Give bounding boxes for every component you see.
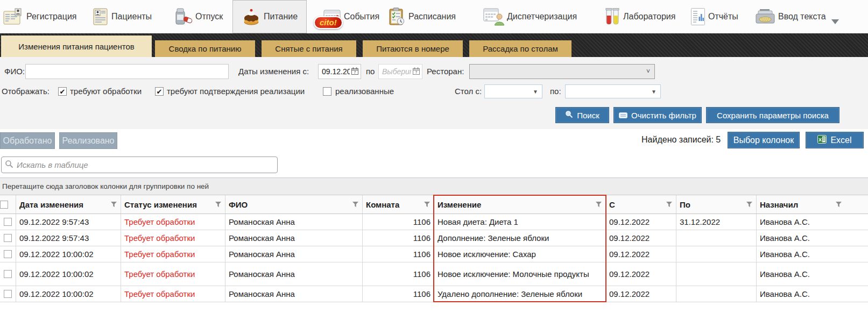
date-from-input[interactable]: 09.12.2022 7 [318,64,361,79]
toolbar-item-patients[interactable]: Пациенты [93,0,152,33]
toolbar-item-laboratory[interactable]: Лаборатория [604,0,675,33]
app-window: Регистрация Пациенты Отпуск Питание Собы [0,0,868,320]
cell-assigned: Иванова А.С. [757,214,868,230]
cell-change: Дополнение: Зеленые яблоки [434,230,606,246]
cell-room: 1106 [363,262,434,286]
column-chooser-button[interactable]: Выбор колонок [728,132,800,148]
table-row[interactable]: 09.12.2022 10:00:02 Требует обработки Ро… [0,262,868,286]
cell-date: 09.12.2022 9:57:43 [16,214,121,230]
eraser-icon [619,111,627,120]
checkbox-need-processing[interactable]: ✔ [58,87,67,96]
cell-status: Требует обработки [121,230,225,246]
excel-icon: X [817,135,827,146]
header-change[interactable]: Изменение [434,195,606,214]
filter-funnel-icon[interactable] [746,200,753,209]
tab-nutrition-summary[interactable]: Сводка по питанию [155,40,255,57]
cell-room: 1106 [363,286,434,302]
excel-export-button[interactable]: X Excel [806,132,864,148]
table-row[interactable]: 09.12.2022 10:00:02 Требует обработки Ро… [0,286,868,302]
header-fio[interactable]: ФИО [225,195,363,214]
date-from-value: 09.12.2022 [322,67,350,76]
cell-assigned: Иванова А.С. [757,246,868,262]
search-button-label: Поиск [577,111,599,120]
save-search-params-button-label: Сохранить параметры поиска [717,111,829,120]
group-by-dropzone[interactable]: Перетащите сюда заголовок колонки для гр… [0,177,868,195]
checkbox-need-confirmation[interactable]: ✔ [155,87,164,96]
clipboard-clock-icon [387,8,406,26]
restaurant-label: Ресторан: [427,64,464,79]
toolbar-item-label: Диспетчеризация [507,12,577,22]
header-to[interactable]: По [676,195,757,214]
registration-icon [3,8,24,25]
tab-eat-in-room[interactable]: Питаются в номере [363,40,463,57]
calendar-icon[interactable]: 7 [351,67,358,76]
header-change-status[interactable]: Статус изменения [121,195,225,214]
report-chart-icon [690,8,705,26]
excel-button-label: Excel [830,136,851,145]
date-to-input[interactable]: Выберите д 7 [378,64,422,79]
cell-change: Новое исключение: Молочные продукты [434,262,606,286]
toolbar-item-registration[interactable]: Регистрация [3,0,77,33]
tab-removed-from-meals[interactable]: Снятые с питания [262,40,356,57]
svg-text:7: 7 [354,70,356,74]
row-checkbox[interactable] [4,234,12,242]
toolbar-overflow-arrow-icon[interactable] [831,19,839,24]
row-checkbox[interactable] [4,218,12,226]
processed-button[interactable]: Обработано [0,132,55,149]
clear-filter-button[interactable]: Очистить фильтр [613,107,702,123]
filter-funnel-icon[interactable] [835,200,842,209]
header-from[interactable]: С [606,195,676,214]
cell-change: Новое исключение: Сахар [434,246,606,262]
calendar-icon[interactable]: 7 [413,67,420,76]
filter-funnel-icon[interactable] [666,200,673,209]
cell-status: Требует обработки [121,246,225,262]
group-by-hint-text: Перетащите сюда заголовок колонки для гр… [2,182,209,190]
toolbar-item-text-entry[interactable]: Ввод текста [755,0,826,33]
table-row[interactable]: 09.12.2022 9:57:43 Требует обработки Ром… [0,230,868,246]
cake-icon [242,8,261,26]
filter-funnel-icon[interactable] [424,200,431,209]
tab-diet-changes[interactable]: Изменения питания пациентов [1,35,152,57]
cell-from: 09.12.2022 [606,262,676,286]
toolbar-item-reports[interactable]: Отчёты [690,0,738,33]
search-button[interactable]: Поиск [555,107,609,123]
cell-from: 09.12.2022 [606,214,676,230]
fio-input[interactable] [25,64,229,79]
header-change-date[interactable]: Дата изменения [16,195,121,214]
pills-icon [173,8,193,26]
toolbar-item-dispatch[interactable]: Диспетчеризация [483,0,577,33]
toolbar-item-dispense[interactable]: Отпуск [173,0,223,33]
test-tubes-icon [604,8,620,26]
filter-funnel-icon[interactable] [215,200,222,209]
restaurant-select[interactable]: ˅ [469,64,655,79]
tab-table-seating[interactable]: Рассадка по столам [469,40,571,57]
filter-funnel-icon[interactable] [352,200,359,209]
table-row[interactable]: 09.12.2022 9:57:43 Требует обработки Ром… [0,214,868,230]
toolbar-item-nutrition[interactable]: Питание [232,0,307,33]
row-checkbox[interactable] [4,270,12,278]
checkbox-realized[interactable] [323,87,331,96]
table-to-select[interactable]: ▼ [565,84,661,98]
realized-button[interactable]: Реализовано [59,132,117,149]
filter-funnel-icon[interactable] [110,200,117,209]
row-checkbox[interactable] [4,250,12,258]
row-checkbox[interactable] [4,290,12,298]
header-select-all[interactable] [0,195,16,214]
checkbox-need-confirmation-label: требуют подтверждения реализации [167,84,305,99]
toolbar-item-label: Отпуск [195,12,223,22]
table-header-row: Дата изменения Статус изменения ФИО Комн… [0,195,868,214]
toolbar-item-schedules[interactable]: Расписания [387,0,456,33]
table-from-select[interactable]: ▼ [484,84,542,98]
dates-between-label: по [366,64,375,79]
cell-to [676,246,757,262]
checkbox-realized-label: реализованные [335,84,394,99]
table-row[interactable]: 09.12.2022 10:00:02 Требует обработки Ро… [0,246,868,262]
header-assigned-by[interactable]: Назначил [757,195,868,214]
header-room[interactable]: Комната [363,195,434,214]
table-from-label: Стол с: [455,84,482,99]
filter-funnel-icon[interactable] [595,200,602,209]
cell-to [676,286,757,302]
select-all-checkbox[interactable] [0,201,8,209]
save-search-params-button[interactable]: Сохранить параметры поиска [706,107,839,123]
table-search-input[interactable] [17,160,274,169]
